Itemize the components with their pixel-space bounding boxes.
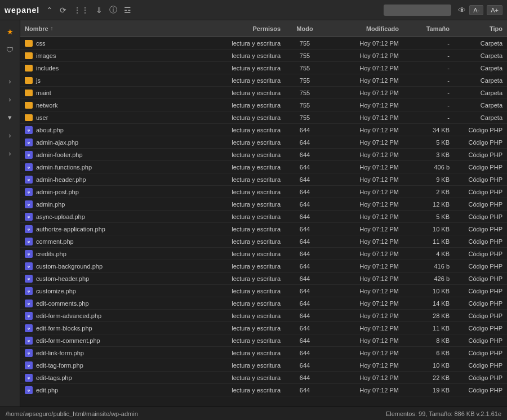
column-nombre[interactable]: Nombre ↑ (20, 25, 195, 32)
cell-tipo: Código PHP (454, 139, 507, 146)
cell-tipo: Carpeta (454, 40, 507, 47)
cell-tamano: 12 KB (403, 201, 454, 208)
cell-nombre: φedit-tag-form.php (20, 361, 195, 369)
cell-modo: 644 (285, 350, 324, 356)
cell-tamano: - (403, 114, 454, 121)
grid-icon[interactable]: ⋮⋮ (73, 6, 89, 15)
font-decrease-button[interactable]: A- (469, 5, 483, 15)
table-row[interactable]: φcustomize.phplectura y escritura644Hoy … (20, 285, 507, 297)
table-row[interactable]: φcredits.phplectura y escritura644Hoy 07… (20, 248, 507, 260)
table-row[interactable]: φedit-link-form.phplectura y escritura64… (20, 347, 507, 359)
cell-permisos: lectura y escritura (195, 189, 285, 195)
help-icon[interactable]: ⓘ (109, 5, 117, 15)
file-name: maint (36, 90, 51, 96)
cell-tipo: Código PHP (454, 226, 507, 233)
table-row[interactable]: φasync-upload.phplectura y escritura644H… (20, 211, 507, 223)
table-row[interactable]: φabout.phplectura y escritura644Hoy 07:1… (20, 124, 507, 136)
php-file-icon: φ (25, 312, 33, 320)
cell-nombre: φadmin-functions.php (20, 163, 195, 171)
table-row[interactable]: φcustom-header.phplectura y escritura644… (20, 272, 507, 285)
table-row[interactable]: φedit-tags.phplectura y escritura644Hoy … (20, 372, 507, 384)
cell-modificado: Hoy 07:12 PM (324, 337, 403, 344)
file-name: admin-functions.php (36, 164, 92, 171)
sidebar-chevron-right-4[interactable]: › (2, 145, 18, 161)
eye-icon[interactable]: 👁 (458, 6, 466, 15)
column-modificado: Modificado (324, 25, 403, 32)
cell-tamano: 14 KB (403, 300, 454, 307)
cell-tipo: Código PHP (454, 374, 507, 381)
php-file-icon: φ (25, 188, 33, 196)
table-row[interactable]: userlectura y escritura755Hoy 07:12 PM-C… (20, 111, 507, 124)
php-file-icon: φ (25, 262, 33, 270)
folder-icon (25, 90, 33, 96)
cell-permisos: lectura y escritura (195, 127, 285, 133)
table-row[interactable]: φedit-tag-form.phplectura y escritura644… (20, 359, 507, 372)
sidebar-star-icon[interactable]: ★ (2, 24, 18, 39)
cell-tipo: Carpeta (454, 114, 507, 121)
cell-tamano: 9 KB (403, 176, 454, 183)
sidebar-chevron-right-1[interactable]: › (2, 73, 18, 89)
cell-permisos: lectura y escritura (195, 151, 285, 158)
table-row[interactable]: jslectura y escritura755Hoy 07:12 PM-Car… (20, 74, 507, 87)
cell-tipo: Código PHP (454, 387, 507, 394)
php-file-icon: φ (25, 300, 33, 307)
file-name: custom-header.php (36, 275, 89, 282)
cell-tamano: - (403, 90, 454, 96)
table-row[interactable]: imageslectura y escritura755Hoy 07:12 PM… (20, 50, 507, 62)
folder-icon (25, 102, 33, 109)
file-name: custom-background.php (36, 263, 103, 270)
table-row[interactable]: φadmin-footer.phplectura y escritura644H… (20, 149, 507, 161)
refresh-icon[interactable]: ⟳ (60, 6, 66, 15)
table-row[interactable]: φauthorize-application.phplectura y escr… (20, 223, 507, 235)
cell-permisos: lectura y escritura (195, 77, 285, 84)
table-row[interactable]: maintlectura y escritura755Hoy 07:12 PM-… (20, 87, 507, 99)
sidebar-chevron-right-2[interactable]: › (2, 91, 18, 107)
php-file-icon: φ (25, 337, 33, 345)
cell-modificado: Hoy 07:12 PM (324, 312, 403, 319)
cell-modo: 644 (285, 337, 324, 344)
table-row[interactable]: φedit-form-blocks.phplectura y escritura… (20, 322, 507, 334)
sidebar-shield-icon[interactable]: 🛡 (2, 42, 18, 57)
cell-tipo: Código PHP (454, 189, 507, 195)
table-row[interactable]: φadmin-ajax.phplectura y escritura644Hoy… (20, 136, 507, 149)
sidebar-chevron-right-3[interactable]: › (2, 127, 18, 143)
table-row[interactable]: φadmin.phplectura y escritura644Hoy 07:1… (20, 198, 507, 211)
cell-modificado: Hoy 07:12 PM (324, 275, 403, 282)
table-row[interactable]: csslectura y escritura755Hoy 07:12 PM-Ca… (20, 37, 507, 50)
folder-icon (25, 77, 33, 84)
column-tamano: Tamaño (403, 25, 454, 32)
folder-icon (25, 52, 33, 59)
app-logo: wepanel (5, 6, 39, 15)
column-permisos: Permisos (195, 25, 285, 32)
table-row[interactable]: φedit-comments.phplectura y escritura644… (20, 297, 507, 310)
table-row[interactable]: φadmin-post.phplectura y escritura644Hoy… (20, 186, 507, 198)
cell-nombre: network (20, 102, 195, 109)
table-row[interactable]: φadmin-functions.phplectura y escritura6… (20, 161, 507, 173)
table-row[interactable]: φcustom-background.phplectura y escritur… (20, 260, 507, 272)
sidebar-chevron-down[interactable]: ▾ (2, 109, 18, 125)
table-row[interactable]: φcomment.phplectura y escritura644Hoy 07… (20, 235, 507, 248)
table-row[interactable]: includeslectura y escritura755Hoy 07:12 … (20, 62, 507, 74)
table-row[interactable]: φedit-form-comment.phplectura y escritur… (20, 334, 507, 347)
cell-permisos: lectura y escritura (195, 350, 285, 356)
table-row[interactable]: φadmin-header.phplectura y escritura644H… (20, 173, 507, 186)
cell-permisos: lectura y escritura (195, 263, 285, 270)
cell-nombre: φedit-comments.php (20, 300, 195, 307)
table-row[interactable]: φedit-form-advanced.phplectura y escritu… (20, 310, 507, 322)
cell-tamano: 406 b (403, 164, 454, 171)
font-increase-button[interactable]: A+ (487, 5, 502, 15)
cell-modo: 755 (285, 65, 324, 72)
cell-permisos: lectura y escritura (195, 288, 285, 294)
cell-tipo: Código PHP (454, 362, 507, 369)
search-input[interactable] (384, 5, 451, 16)
download-icon[interactable]: ⇓ (96, 6, 103, 15)
cell-permisos: lectura y escritura (195, 201, 285, 208)
file-name: admin-footer.php (36, 151, 83, 158)
php-file-icon: φ (25, 238, 33, 245)
table-row[interactable]: φedit.phplectura y escritura644Hoy 07:12… (20, 384, 507, 396)
settings-icon[interactable]: ☲ (124, 6, 131, 15)
chevron-up-icon[interactable]: ⌃ (46, 6, 53, 15)
cell-tamano: - (403, 77, 454, 84)
cell-modificado: Hoy 07:12 PM (324, 114, 403, 121)
table-row[interactable]: networklectura y escritura755Hoy 07:12 P… (20, 99, 507, 111)
